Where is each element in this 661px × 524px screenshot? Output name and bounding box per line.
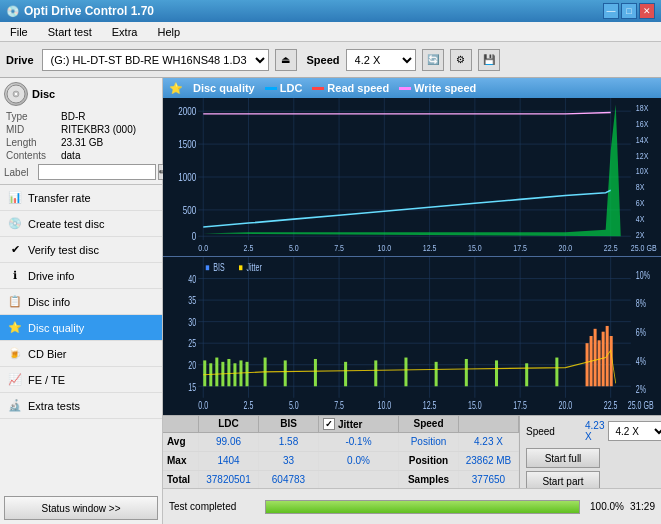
svg-text:2.5: 2.5 xyxy=(244,400,254,412)
contents-label: Contents xyxy=(4,149,59,162)
svg-text:500: 500 xyxy=(183,205,196,216)
svg-text:17.5: 17.5 xyxy=(513,243,527,253)
samples-val: 377650 xyxy=(459,471,519,489)
sidebar-item-disc-quality[interactable]: ⭐ Disc quality xyxy=(0,315,162,341)
refresh-button[interactable]: 🔄 xyxy=(422,49,444,71)
svg-rect-96 xyxy=(586,343,589,386)
type-label: Type xyxy=(4,110,59,123)
max-label: Max xyxy=(163,452,199,470)
menu-start-test[interactable]: Start test xyxy=(42,24,98,40)
svg-rect-89 xyxy=(374,360,377,386)
panel-title-bar: ⭐ Disc quality LDC Read speed Write spee… xyxy=(163,78,661,98)
sidebar-item-cd-bier[interactable]: 🍺 CD Bier xyxy=(0,341,162,367)
svg-text:12.5: 12.5 xyxy=(423,400,437,412)
svg-text:25.0 GB: 25.0 GB xyxy=(631,243,657,253)
sidebar-item-fe-te[interactable]: 📈 FE / TE xyxy=(0,367,162,393)
total-label: Total xyxy=(163,471,199,489)
transfer-rate-icon: 📊 xyxy=(8,191,22,205)
legend-ldc: LDC xyxy=(265,82,303,94)
svg-rect-81 xyxy=(227,359,230,386)
length-value: 23.31 GB xyxy=(59,136,158,149)
type-value: BD-R xyxy=(59,110,158,123)
label-input[interactable] xyxy=(38,164,156,180)
svg-text:15.0: 15.0 xyxy=(468,243,482,253)
svg-text:15: 15 xyxy=(188,381,196,393)
panel-title: Disc quality xyxy=(193,82,255,94)
svg-rect-98 xyxy=(594,329,597,386)
svg-text:1500: 1500 xyxy=(178,139,196,150)
svg-rect-87 xyxy=(314,359,317,386)
left-panel: Disc Type BD-R MID RITEKBR3 (000) Length… xyxy=(0,78,163,524)
svg-text:■: ■ xyxy=(205,262,209,274)
sidebar-item-disc-info[interactable]: 📋 Disc info xyxy=(0,289,162,315)
sidebar-item-drive-info[interactable]: ℹ Drive info xyxy=(0,263,162,289)
menu-help[interactable]: Help xyxy=(151,24,186,40)
svg-text:■: ■ xyxy=(238,262,242,274)
total-ldc: 37820501 xyxy=(199,471,259,489)
svg-text:22.5: 22.5 xyxy=(604,400,618,412)
avg-speed-val: 4.23 X xyxy=(459,433,519,451)
content-pane: ⭐ Disc quality LDC Read speed Write spee… xyxy=(163,78,661,524)
svg-text:18X: 18X xyxy=(636,103,649,113)
speed-select[interactable]: 4.2 X xyxy=(346,49,416,71)
legend-write-speed: Write speed xyxy=(399,82,476,94)
speed-dropdown[interactable]: 4.2 X xyxy=(608,421,661,441)
speed-label-right: Speed xyxy=(526,426,581,437)
svg-text:40: 40 xyxy=(188,274,196,286)
sidebar-item-verify-test-disc[interactable]: ✔ Verify test disc xyxy=(0,237,162,263)
drive-select[interactable]: (G:) HL-DT-ST BD-RE WH16NS48 1.D3 xyxy=(42,49,269,71)
close-button[interactable]: ✕ xyxy=(639,3,655,19)
sidebar-item-transfer-rate[interactable]: 📊 Transfer rate xyxy=(0,185,162,211)
stats-header-empty xyxy=(163,416,199,432)
verify-test-disc-label: Verify test disc xyxy=(28,244,99,256)
menu-file[interactable]: File xyxy=(4,24,34,40)
extra-tests-icon: 🔬 xyxy=(8,399,22,413)
sidebar-item-create-test-disc[interactable]: 💿 Create test disc xyxy=(0,211,162,237)
svg-text:25: 25 xyxy=(188,338,196,350)
svg-text:4X: 4X xyxy=(636,214,645,224)
svg-text:0.0: 0.0 xyxy=(198,400,208,412)
progress-fill xyxy=(266,501,579,513)
fe-te-label: FE / TE xyxy=(28,374,65,386)
svg-rect-45 xyxy=(163,257,661,415)
toolbar: Drive (G:) HL-DT-ST BD-RE WH16NS48 1.D3 … xyxy=(0,42,661,78)
menu-extra[interactable]: Extra xyxy=(106,24,144,40)
disc-section: Disc Type BD-R MID RITEKBR3 (000) Length… xyxy=(0,78,162,185)
svg-text:16X: 16X xyxy=(636,119,649,129)
svg-text:20.0: 20.0 xyxy=(559,243,573,253)
svg-text:7.5: 7.5 xyxy=(334,243,344,253)
disc-quality-panel: ⭐ Disc quality LDC Read speed Write spee… xyxy=(163,78,661,524)
settings-button[interactable]: ⚙ xyxy=(450,49,472,71)
legend-read-speed: Read speed xyxy=(312,82,389,94)
jitter-checkbox[interactable]: ✓ xyxy=(323,418,335,430)
svg-text:7.5: 7.5 xyxy=(334,400,344,412)
cd-bier-icon: 🍺 xyxy=(8,347,22,361)
max-bis: 33 xyxy=(259,452,319,470)
drive-label: Drive xyxy=(6,54,34,66)
svg-text:5.0: 5.0 xyxy=(289,400,299,412)
transfer-rate-label: Transfer rate xyxy=(28,192,91,204)
stats-header-jitter-check: ✓ Jitter xyxy=(319,416,399,432)
svg-rect-91 xyxy=(435,362,438,386)
maximize-button[interactable]: □ xyxy=(621,3,637,19)
svg-text:6%: 6% xyxy=(636,327,646,339)
svg-text:17.5: 17.5 xyxy=(513,400,527,412)
app-title: Opti Drive Control 1.70 xyxy=(24,4,154,18)
status-window-button[interactable]: Status window >> xyxy=(4,496,158,520)
svg-text:22.5: 22.5 xyxy=(604,243,618,253)
progress-bar xyxy=(265,500,580,514)
stats-header-extra xyxy=(459,416,519,432)
fe-te-icon: 📈 xyxy=(8,373,22,387)
start-full-button[interactable]: Start full xyxy=(526,448,600,468)
save-button[interactable]: 💾 xyxy=(478,49,500,71)
top-chart-svg: 2000 1500 1000 500 0 18X 16X 14X 12X 10X… xyxy=(163,98,661,256)
eject-button[interactable]: ⏏ xyxy=(275,49,297,71)
stats-header-ldc: LDC xyxy=(199,416,259,432)
svg-text:20: 20 xyxy=(188,360,196,372)
minimize-button[interactable]: — xyxy=(603,3,619,19)
app-icon: 💿 xyxy=(6,5,20,18)
label-label: Label xyxy=(4,167,36,178)
svg-rect-86 xyxy=(284,360,287,386)
svg-text:10%: 10% xyxy=(636,269,650,281)
sidebar-item-extra-tests[interactable]: 🔬 Extra tests xyxy=(0,393,162,419)
